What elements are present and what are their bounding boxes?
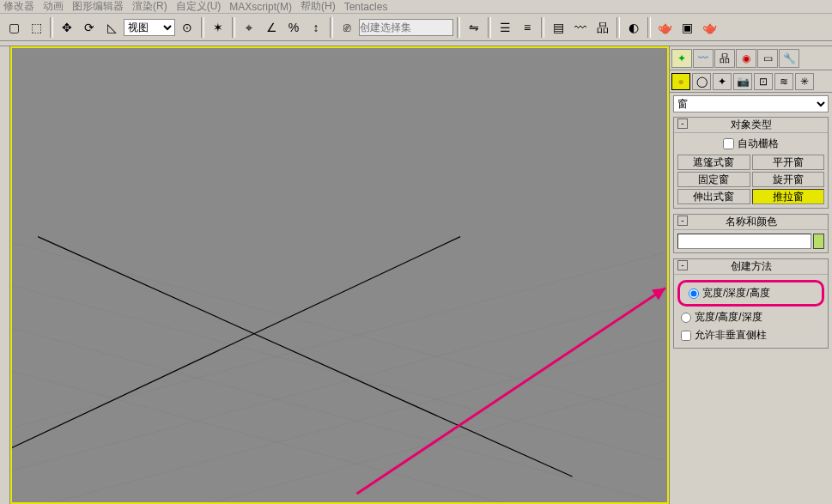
rollout-title: 对象类型: [731, 118, 772, 132]
schematic-view-icon[interactable]: 品: [592, 17, 613, 38]
spacewarps-subtab[interactable]: ≋: [774, 73, 793, 90]
fixed-window-button[interactable]: 固定窗: [677, 172, 750, 187]
select-manipulate-icon[interactable]: ✶: [208, 17, 228, 38]
snap-toggle-icon[interactable]: ⌖: [239, 17, 259, 38]
create-tab[interactable]: ✦: [671, 49, 692, 68]
rollout-header[interactable]: - 创建方法: [674, 259, 828, 275]
svg-line-6: [12, 305, 667, 502]
move-icon[interactable]: ✥: [57, 17, 77, 38]
creation-method-rollout: - 创建方法 宽度/深度/高度 宽度/高度/深度 允许非垂直侧柱: [673, 258, 829, 349]
width-height-depth-radio[interactable]: [681, 313, 691, 323]
utilities-tab[interactable]: 🔧: [779, 49, 799, 68]
material-editor-icon[interactable]: ◐: [623, 17, 644, 38]
command-panel: ✦ 〰 品 ◉ ▭ 🔧 ● ◯ ✦ 📷 ⊡ ≋ ✳ 窗 - 对象类型: [669, 46, 832, 504]
render-setup-icon[interactable]: 🫖: [654, 17, 675, 38]
main-toolbar: ▢ ⬚ ✥ ⟳ ◺ 视图 ⊙ ✶ ⌖ ∠ % ↕ ⎚ ⇋ ☰ ≡ ▤ 〰 品 ◐…: [0, 14, 832, 41]
reference-coord-select[interactable]: 视图: [124, 19, 175, 36]
collapse-icon[interactable]: -: [677, 118, 688, 129]
allow-nonvertical-jambs-checkbox[interactable]: [681, 331, 691, 341]
toolbar-separator: [488, 17, 491, 38]
sliding-window-button[interactable]: 推拉窗: [752, 189, 825, 204]
object-color-swatch[interactable]: [813, 234, 824, 249]
select-object-icon[interactable]: ⬚: [26, 17, 46, 38]
toolbar-separator: [330, 17, 333, 38]
rotate-icon[interactable]: ⟳: [79, 17, 100, 38]
checkbox-label: 允许非垂直侧柱: [695, 328, 767, 343]
rollout-title: 名称和颜色: [726, 215, 777, 229]
ruler-vertical: [0, 46, 10, 504]
display-tab[interactable]: ▭: [757, 49, 778, 68]
rollout-title: 创建方法: [731, 259, 772, 274]
create-subtabs: ● ◯ ✦ 📷 ⊡ ≋ ✳: [670, 70, 832, 93]
motion-tab[interactable]: ◉: [736, 49, 756, 68]
layer-manager-icon[interactable]: ▤: [548, 17, 568, 38]
shapes-subtab[interactable]: ◯: [692, 73, 711, 90]
render-frame-icon[interactable]: ▣: [677, 17, 697, 38]
curve-editor-icon[interactable]: 〰: [570, 17, 591, 38]
collapse-icon[interactable]: -: [677, 216, 688, 226]
named-selection-input[interactable]: [359, 19, 453, 36]
menu-item[interactable]: 修改器: [3, 0, 34, 14]
rollout-header[interactable]: - 对象类型: [674, 118, 828, 133]
select-region-icon[interactable]: ▢: [3, 17, 24, 38]
toolbar-separator: [201, 17, 204, 38]
spinner-snap-icon[interactable]: ↕: [306, 17, 326, 38]
menu-item[interactable]: 动画: [43, 0, 64, 14]
menu-bar: 修改器 动画 图形编辑器 渲染(R) 自定义(U) MAXscript(M) 帮…: [0, 0, 832, 14]
auto-grid-checkbox[interactable]: [723, 138, 734, 149]
pivot-icon[interactable]: ⊙: [177, 17, 197, 38]
rollout-header[interactable]: - 名称和颜色: [674, 215, 828, 230]
toolbar-separator: [647, 17, 651, 38]
hierarchy-tab[interactable]: 品: [714, 49, 735, 68]
lights-subtab[interactable]: ✦: [713, 73, 732, 90]
auto-grid-label: 自动栅格: [738, 137, 779, 151]
radio-label: 宽度/深度/高度: [702, 286, 770, 301]
object-name-input[interactable]: [677, 234, 811, 249]
geometry-subtab[interactable]: ●: [671, 73, 690, 90]
command-panel-tabs: ✦ 〰 品 ◉ ▭ 🔧: [670, 46, 832, 70]
mirror-icon[interactable]: ⇋: [464, 17, 484, 38]
angle-snap-icon[interactable]: ∠: [261, 17, 282, 38]
toolbar-separator: [616, 17, 620, 38]
scale-icon[interactable]: ◺: [101, 17, 122, 38]
category-select[interactable]: 窗: [673, 95, 829, 112]
systems-subtab[interactable]: ✳: [795, 73, 814, 90]
viewport-grid: [12, 48, 667, 502]
viewport-container: [10, 46, 669, 504]
width-depth-height-radio[interactable]: [689, 288, 699, 299]
projected-window-button[interactable]: 伸出式窗: [677, 189, 750, 204]
svg-line-7: [12, 348, 667, 502]
modify-tab[interactable]: 〰: [693, 49, 714, 68]
radio-label: 宽度/高度/深度: [695, 310, 762, 325]
menu-item[interactable]: MAXscript(M): [229, 1, 292, 13]
menu-item[interactable]: Tentacles: [344, 1, 388, 13]
edit-named-sel-icon[interactable]: ⎚: [337, 17, 357, 38]
collapse-icon[interactable]: -: [677, 260, 688, 270]
casement-window-button[interactable]: 平开窗: [752, 155, 825, 170]
viewport[interactable]: [10, 46, 669, 504]
menu-item[interactable]: 自定义(U): [176, 0, 222, 14]
align-icon[interactable]: ☰: [495, 17, 515, 38]
toolbar-separator: [541, 17, 544, 38]
awning-window-button[interactable]: 遮篷式窗: [677, 155, 750, 170]
svg-line-2: [12, 305, 667, 502]
menu-item[interactable]: 渲染(R): [132, 0, 167, 14]
toolbar-separator: [457, 17, 460, 38]
svg-line-3: [12, 348, 667, 502]
cameras-subtab[interactable]: 📷: [733, 73, 752, 90]
quick-render-icon[interactable]: 🫖: [699, 17, 720, 38]
svg-line-8: [12, 237, 460, 468]
quick-align-icon[interactable]: ≡: [517, 17, 537, 38]
annotation-highlight: 宽度/深度/高度: [677, 280, 824, 307]
object-type-rollout: - 对象类型 自动栅格 遮篷式窗 平开窗 固定窗 旋开窗 伸出式窗 推拉窗: [673, 117, 829, 209]
percent-snap-icon[interactable]: %: [283, 17, 304, 38]
name-color-rollout: - 名称和颜色: [673, 214, 829, 253]
menu-item[interactable]: 帮助(H): [301, 0, 336, 14]
menu-item[interactable]: 图形编辑器: [72, 0, 124, 14]
toolbar-separator: [232, 17, 235, 38]
pivoted-window-button[interactable]: 旋开窗: [752, 172, 825, 187]
toolbar-separator: [50, 17, 53, 38]
helpers-subtab[interactable]: ⊡: [754, 73, 773, 90]
